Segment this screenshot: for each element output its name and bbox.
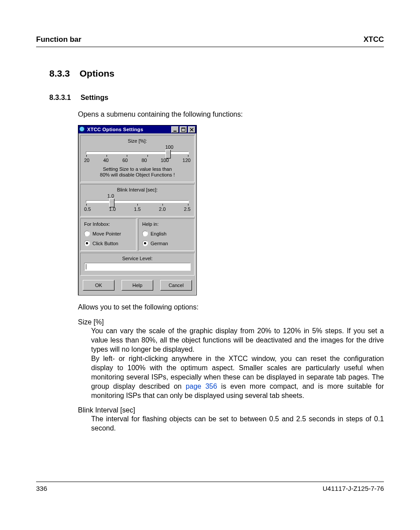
svg-rect-2 bbox=[181, 128, 185, 129]
radio-label: Click Button bbox=[92, 241, 118, 246]
tick-label: 60 bbox=[122, 158, 128, 163]
intro-text: Opens a submenu containing the following… bbox=[78, 110, 384, 119]
app-icon bbox=[79, 126, 85, 132]
help-label: Help in: bbox=[142, 221, 191, 227]
radio-icon[interactable] bbox=[84, 231, 90, 236]
blink-slider-thumb[interactable] bbox=[109, 199, 114, 207]
after-dialog-text: Allows you to set the following options: bbox=[78, 302, 384, 312]
subsection-heading: 8.3.3.1 Settings bbox=[49, 94, 384, 102]
option-size-label: Size [%] bbox=[78, 318, 384, 326]
option-size-para2: By left- or right-clicking anywhere in t… bbox=[91, 354, 384, 401]
size-panel: Size [%]: 100 20 40 60 80 100 120 Settin… bbox=[80, 135, 195, 182]
radio-icon[interactable] bbox=[142, 231, 148, 236]
infobox-label: For Infobox: bbox=[84, 221, 133, 227]
help-button[interactable]: Help bbox=[122, 280, 153, 291]
tick-label: 120 bbox=[183, 158, 191, 163]
radio-icon[interactable] bbox=[142, 240, 148, 246]
options-dialog: XTCC Options Settings Size [%]: 100 bbox=[78, 125, 197, 295]
option-blink-label: Blink Interval [sec] bbox=[78, 406, 384, 414]
svg-rect-0 bbox=[173, 131, 177, 132]
service-level-input[interactable] bbox=[84, 263, 191, 271]
tick-label: 1.5 bbox=[134, 206, 140, 212]
screenshot-dialog: XTCC Options Settings Size [%]: 100 bbox=[78, 125, 384, 295]
infobox-panel: For Infobox: Move Pointer Click Button bbox=[80, 218, 136, 251]
blink-panel: Blink Interval [sec]: 1.0 0.5 1.0 1.5 2.… bbox=[80, 184, 195, 217]
radio-icon[interactable] bbox=[84, 240, 90, 246]
doc-id: U41117-J-Z125-7-76 bbox=[323, 485, 384, 492]
dialog-title: XTCC Options Settings bbox=[87, 127, 170, 132]
section-heading: 8.3.3 Options bbox=[49, 68, 384, 79]
radio-german[interactable]: German bbox=[142, 240, 191, 246]
help-panel: Help in: English German bbox=[138, 218, 195, 251]
blink-slider[interactable] bbox=[86, 200, 189, 203]
section-number: 8.3.3 bbox=[49, 68, 70, 79]
size-slider[interactable] bbox=[86, 151, 189, 154]
ok-button[interactable]: OK bbox=[83, 280, 114, 291]
cancel-button[interactable]: Cancel bbox=[160, 280, 192, 291]
size-scale: 20 40 60 80 100 120 bbox=[84, 158, 191, 163]
size-note: Setting Size to a value less than 80% wi… bbox=[84, 166, 191, 177]
dialog-titlebar[interactable]: XTCC Options Settings bbox=[78, 125, 196, 133]
tick-label: 80 bbox=[142, 158, 147, 163]
blink-scale: 0.5 1.0 1.5 2.0 2.5 bbox=[84, 206, 191, 212]
subsection-number: 8.3.3.1 bbox=[49, 94, 71, 102]
tick-label: 2.0 bbox=[159, 206, 166, 212]
size-value: 100 bbox=[165, 144, 173, 150]
service-panel: Service Level: bbox=[80, 253, 195, 276]
radio-move-pointer[interactable]: Move Pointer bbox=[84, 231, 133, 236]
header-right: XTCC bbox=[364, 35, 384, 44]
minimize-button[interactable] bbox=[171, 126, 179, 133]
blink-value: 1.0 bbox=[107, 193, 114, 199]
radio-label: English bbox=[151, 231, 166, 236]
option-size-para1: You can vary the scale of the graphic di… bbox=[91, 326, 384, 354]
tick-label: 20 bbox=[84, 158, 89, 163]
header-left: Function bar bbox=[36, 35, 81, 44]
radio-label: Move Pointer bbox=[92, 231, 121, 236]
option-blink-para: The interval for flashing objects can be… bbox=[91, 414, 384, 433]
close-button[interactable] bbox=[188, 126, 195, 133]
size-note-line: Setting Size to a value less than bbox=[84, 166, 191, 172]
tick-label: 2.5 bbox=[184, 206, 191, 212]
page-header: Function bar XTCC bbox=[36, 35, 384, 47]
tick-label: 40 bbox=[103, 158, 109, 163]
page-footer: 336 U41117-J-Z125-7-76 bbox=[36, 482, 384, 492]
service-level-label: Service Level: bbox=[84, 256, 191, 261]
radio-click-button[interactable]: Click Button bbox=[84, 240, 133, 246]
size-note-line: 80% will disable Object Functions ! bbox=[84, 172, 191, 178]
radio-english[interactable]: English bbox=[142, 231, 191, 236]
maximize-button[interactable] bbox=[180, 126, 187, 133]
size-slider-thumb[interactable] bbox=[166, 150, 171, 158]
radio-label: German bbox=[151, 241, 168, 246]
section-title: Options bbox=[80, 68, 114, 79]
size-label: Size [%]: bbox=[84, 138, 191, 144]
subsection-title: Settings bbox=[81, 94, 108, 102]
blink-label: Blink Interval [sec]: bbox=[84, 187, 191, 192]
page-number: 336 bbox=[36, 485, 47, 492]
page-link[interactable]: page 356 bbox=[186, 383, 217, 390]
tick-label: 0.5 bbox=[84, 206, 91, 212]
